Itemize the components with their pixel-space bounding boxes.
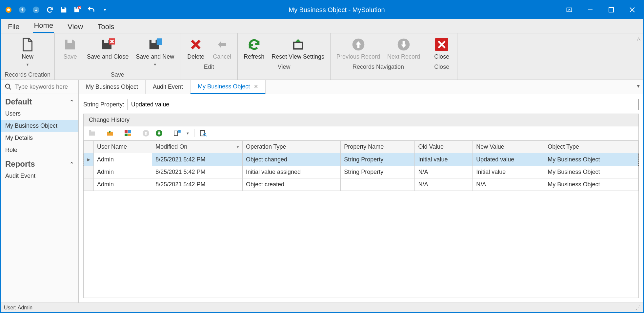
- save-icon: [63, 37, 77, 52]
- col-object-type[interactable]: Object Type: [544, 141, 638, 153]
- doc-tab-2[interactable]: My Business Object ✕: [191, 80, 266, 94]
- doc-tab-1-label: Audit Event: [153, 83, 183, 90]
- menu-tab-home[interactable]: Home: [33, 19, 54, 33]
- table-row[interactable]: Admin 8/25/2021 5:42 PM Initial value as…: [84, 166, 638, 178]
- delete-button[interactable]: Delete: [184, 36, 207, 62]
- save-button[interactable]: Save: [59, 36, 82, 69]
- cell: Admin: [94, 178, 152, 191]
- svg-rect-6: [588, 9, 593, 10]
- col-modified-on[interactable]: Modified On▼: [152, 141, 243, 153]
- qat-dropdown-icon[interactable]: ▼: [101, 6, 109, 14]
- cell: N/A: [415, 166, 473, 178]
- chevron-up-icon: ⌃: [70, 161, 74, 167]
- grid-body: ▸ Admin 8/25/2021 5:42 PM Object changed…: [84, 153, 638, 191]
- minimize-icon[interactable]: [586, 5, 595, 14]
- table-row[interactable]: ▸ Admin 8/25/2021 5:42 PM Object changed…: [84, 153, 638, 166]
- cell: Initial value assigned: [242, 166, 340, 178]
- group-label-records-nav: Records Navigation: [352, 64, 404, 70]
- refresh-icon[interactable]: [46, 6, 54, 14]
- nav-item-my-details[interactable]: My Details: [1, 132, 78, 144]
- new-button-label: New: [22, 53, 33, 60]
- string-property-input[interactable]: [128, 99, 639, 110]
- svg-rect-15: [89, 132, 95, 136]
- tab-close-icon[interactable]: ✕: [254, 83, 258, 90]
- group-label-records-creation: Records Creation: [5, 71, 50, 78]
- doc-tab-0[interactable]: My Business Object: [79, 80, 146, 94]
- refresh-button[interactable]: Refresh: [242, 36, 266, 62]
- save-and-close-button[interactable]: Save and Close: [85, 36, 131, 69]
- nav-section-reports[interactable]: Reports ⌃: [1, 156, 78, 170]
- nav-item-my-business-object[interactable]: My Business Object: [1, 120, 78, 132]
- table-row[interactable]: Admin 8/25/2021 5:42 PM Object created N…: [84, 178, 638, 191]
- chevron-down-icon[interactable]: ▼: [185, 131, 191, 135]
- arrow-down-circle-icon: [396, 37, 411, 52]
- ribbon-toggle-icon[interactable]: [565, 5, 574, 14]
- app-window: ▼ My Business Object - MySolution File H…: [0, 0, 644, 313]
- maximize-icon[interactable]: [607, 5, 616, 14]
- doc-tab-1[interactable]: Audit Event: [146, 80, 191, 94]
- form-row-string-property: String Property:: [79, 94, 643, 114]
- menu-tab-file[interactable]: File: [7, 21, 20, 33]
- nav-item-audit-event[interactable]: Audit Event: [1, 170, 78, 182]
- ribbon-collapse-icon[interactable]: △: [637, 36, 641, 42]
- save-close-icon[interactable]: [73, 6, 81, 14]
- upload-icon[interactable]: [18, 6, 26, 14]
- gear-icon[interactable]: [5, 6, 12, 14]
- cell: 8/25/2021 5:42 PM: [152, 166, 243, 178]
- grid-new-icon[interactable]: [86, 128, 97, 138]
- nav-section-default[interactable]: Default ⌃: [1, 94, 78, 108]
- cell: 8/25/2021 5:42 PM: [152, 178, 243, 191]
- new-file-icon: [20, 37, 35, 52]
- save-icon[interactable]: [60, 6, 68, 14]
- close-window-icon[interactable]: [628, 5, 637, 14]
- col-old-value[interactable]: Old Value: [415, 141, 473, 153]
- group-label-close: Close: [434, 64, 449, 70]
- grid-header-row: User Name Modified On▼ Operation Type Pr…: [84, 141, 638, 153]
- ribbon-group-view: Refresh Reset View Settings View: [238, 33, 331, 80]
- cell: Admin: [94, 166, 152, 178]
- svg-point-1: [7, 9, 10, 11]
- svg-rect-18: [125, 130, 128, 133]
- ribbon-group-records-creation: New▼ Records Creation: [1, 33, 55, 80]
- svg-rect-16: [89, 130, 91, 132]
- save-and-close-label: Save and Close: [87, 53, 129, 60]
- close-button[interactable]: Close: [430, 36, 453, 62]
- group-label-edit: Edit: [204, 64, 214, 70]
- svg-rect-20: [125, 134, 128, 136]
- cancel-button[interactable]: Cancel: [211, 36, 233, 62]
- undo-icon[interactable]: [87, 6, 95, 14]
- grid-preview-icon[interactable]: [198, 128, 209, 138]
- next-record-button[interactable]: Next Record: [385, 36, 422, 62]
- col-operation-type[interactable]: Operation Type: [242, 141, 340, 153]
- cell: String Property: [341, 166, 415, 178]
- col-new-value[interactable]: New Value: [473, 141, 544, 153]
- refresh-icon: [247, 37, 261, 52]
- save-and-new-button[interactable]: Save and New▼: [134, 36, 176, 69]
- download-icon[interactable]: [32, 6, 40, 14]
- save-button-label: Save: [64, 53, 77, 60]
- grid-up-icon[interactable]: [140, 128, 151, 138]
- reset-view-button[interactable]: Reset View Settings: [270, 36, 326, 62]
- chevron-down-icon: ▼: [26, 63, 30, 66]
- menu-tab-tools[interactable]: Tools: [97, 21, 115, 33]
- search-icon[interactable]: [5, 83, 12, 90]
- cell: Initial value: [473, 166, 544, 178]
- grid-down-icon[interactable]: [153, 128, 165, 138]
- save-close-icon: [101, 37, 115, 52]
- resize-grip-icon[interactable]: ⋰: [635, 304, 640, 311]
- grid-columns-icon[interactable]: [122, 128, 133, 138]
- cell: Updated value: [473, 153, 544, 166]
- menu-tab-view[interactable]: View: [67, 21, 84, 33]
- new-button[interactable]: New▼: [16, 36, 39, 69]
- previous-record-button[interactable]: Previous Record: [334, 36, 382, 62]
- chevron-up-icon: ⌃: [70, 99, 74, 105]
- col-user-name[interactable]: User Name: [94, 141, 152, 153]
- nav-item-role[interactable]: Role: [1, 144, 78, 156]
- ribbon-group-save: Save Save and Close Save and New▼ Save: [55, 33, 180, 80]
- grid-layout-icon[interactable]: [171, 128, 183, 138]
- svg-rect-9: [156, 38, 162, 45]
- col-property-name[interactable]: Property Name: [341, 141, 415, 153]
- doc-tabs-dropdown-icon[interactable]: ▼: [636, 83, 641, 89]
- grid-open-icon[interactable]: [104, 128, 115, 138]
- nav-item-users[interactable]: Users: [1, 108, 78, 120]
